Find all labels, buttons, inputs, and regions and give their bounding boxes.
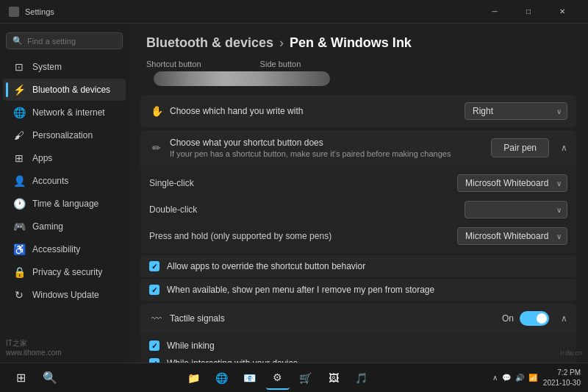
double-click-label: Double-click [149, 204, 197, 215]
network-icon: 🌐 [13, 107, 25, 118]
allow-apps-checkbox[interactable] [149, 261, 159, 271]
pen-diagram-area: Shortcut button Side button [129, 57, 588, 95]
while-inking-row[interactable]: While inking [149, 338, 567, 354]
search-button[interactable]: 🔍 [37, 365, 63, 391]
main-content: Bluetooth & devices › Pen & Windows Ink … [129, 24, 588, 363]
search-input[interactable] [27, 37, 116, 46]
titlebar-left: Settings [9, 7, 54, 17]
taskbar-date-display: 2021-10-30 [543, 378, 581, 388]
tactile-chevron-icon[interactable] [555, 313, 567, 324]
shortcut-header-row: ✏ Choose what your shortcut button does … [140, 130, 576, 165]
tray-volume[interactable]: 🔊 [515, 374, 524, 382]
sidebar-label-privacy: Privacy & security [32, 267, 102, 277]
sidebar-label-bluetooth: Bluetooth & devices [32, 85, 110, 95]
while-inking-checkbox[interactable] [149, 341, 159, 351]
tactile-header-right: On [502, 311, 567, 326]
breadcrumb-separator: › [279, 35, 284, 51]
tactile-section: 〰 Tactile signals On While i [140, 304, 576, 363]
sidebar-item-privacy[interactable]: 🔒 Privacy & security [3, 261, 126, 283]
single-click-row: Single-click Microsoft Whiteboard [149, 170, 567, 196]
search-box[interactable]: 🔍 [6, 32, 123, 49]
shortcut-row-label: Choose what your shortcut button does [170, 138, 451, 148]
sidebar: 🔍 ⊡ System ⚡ Bluetooth & devices 🌐 Netwo… [0, 24, 129, 363]
sidebar-item-gaming[interactable]: 🎮 Gaming [3, 215, 126, 238]
accounts-icon: 👤 [13, 175, 25, 187]
breadcrumb-current: Pen & Windows Ink [290, 35, 412, 51]
shortcut-chevron-icon[interactable] [555, 143, 567, 153]
taskbar-app-store[interactable]: 🛒 [294, 366, 318, 390]
show-pen-menu-checkbox[interactable] [149, 285, 159, 295]
close-button[interactable]: ✕ [545, 0, 579, 24]
taskbar-app-music[interactable]: 🎵 [350, 366, 373, 390]
search-icon: 🔍 [12, 36, 23, 46]
single-click-dropdown-wrapper[interactable]: Microsoft Whiteboard [457, 174, 567, 192]
minimize-button[interactable]: ─ [478, 0, 512, 24]
shortcut-button-label: Shortcut button [146, 60, 201, 68]
hand-icon: ✋ [149, 104, 164, 118]
sidebar-item-bluetooth[interactable]: ⚡ Bluetooth & devices [3, 79, 126, 101]
show-pen-menu-label: When available, show pen menu after I re… [167, 285, 434, 295]
press-hold-dropdown-wrapper[interactable]: Microsoft Whiteboard [457, 227, 567, 245]
sidebar-item-accessibility[interactable]: ♿ Accessibility [3, 238, 126, 260]
system-tray-icons: ∧ 💬 🔊 📶 [492, 374, 537, 382]
sidebar-item-system[interactable]: ⊡ System [3, 56, 126, 78]
start-button[interactable]: ⊞ [7, 365, 34, 391]
side-button-label: Side button [260, 60, 301, 68]
taskbar-center: 📁 🌐 📧 ⚙ 🛒 🖼 🎵 [182, 366, 373, 390]
show-pen-menu-row[interactable]: When available, show pen menu after I re… [140, 279, 576, 301]
hand-dropdown-wrapper[interactable]: Right Left [465, 102, 567, 120]
press-hold-dropdown[interactable]: Microsoft Whiteboard [457, 227, 567, 245]
while-interacting-row[interactable]: While interacting with your device [149, 355, 567, 363]
sidebar-label-gaming: Gaming [32, 221, 63, 232]
taskbar-right: ∧ 💬 🔊 📶 7:2 PM 2021-10-30 [492, 368, 581, 388]
watermark-right: i↑dw.cn [560, 349, 582, 357]
sidebar-item-apps[interactable]: ⊞ Apps [3, 147, 126, 169]
while-inking-label: While inking [167, 341, 215, 351]
maximize-button[interactable]: □ [512, 0, 545, 24]
taskbar-app-files[interactable]: 📁 [182, 366, 206, 390]
tray-network[interactable]: 📶 [528, 374, 537, 382]
press-hold-row: Press and hold (only supported by some p… [149, 223, 567, 249]
settings-container: ✋ Choose which hand you write with Right… [129, 95, 588, 363]
taskbar-app-settings[interactable]: ⚙ [266, 366, 290, 390]
shortcut-row-sublabel: If your pen has a shortcut button, make … [170, 149, 451, 158]
app-icon [9, 7, 19, 17]
single-click-dropdown[interactable]: Microsoft Whiteboard [457, 174, 567, 192]
taskbar-app-edge[interactable]: 🌐 [210, 366, 234, 390]
bluetooth-icon: ⚡ [13, 84, 25, 96]
double-click-dropdown[interactable] [465, 201, 567, 218]
allow-apps-override-row[interactable]: Allow apps to override the shortcut butt… [140, 255, 576, 277]
sidebar-item-update[interactable]: ↻ Windows Update [3, 284, 126, 306]
tray-chat[interactable]: 💬 [502, 374, 511, 382]
titlebar: Settings ─ □ ✕ [0, 0, 588, 24]
taskbar-app-mail[interactable]: 📧 [238, 366, 262, 390]
shortcut-icon: ✏ [149, 140, 164, 155]
tray-arrow[interactable]: ∧ [492, 374, 498, 382]
taskbar-time-display: 7:2 PM [543, 368, 581, 378]
sidebar-item-network[interactable]: 🌐 Network & internet [3, 101, 126, 124]
double-click-row: Double-click [149, 196, 567, 223]
sidebar-item-personalization[interactable]: 🖌 Personalization [3, 124, 126, 146]
while-interacting-label: While interacting with your device [167, 358, 298, 363]
hand-dropdown[interactable]: Right Left [465, 102, 567, 120]
system-icon: ⊡ [13, 61, 25, 73]
tactile-header-row: 〰 Tactile signals On [140, 304, 576, 333]
sidebar-label-accounts: Accounts [32, 176, 68, 186]
sidebar-item-accounts[interactable]: 👤 Accounts [3, 170, 126, 192]
pen-image [154, 71, 330, 86]
while-interacting-checkbox[interactable] [149, 358, 159, 363]
sidebar-label-personalization: Personalization [32, 130, 93, 140]
taskbar-datetime[interactable]: 7:2 PM 2021-10-30 [543, 368, 581, 388]
sidebar-item-time[interactable]: 🕐 Time & language [3, 193, 126, 215]
allow-apps-label: Allow apps to override the shortcut butt… [167, 261, 365, 271]
hand-row-label: Choose which hand you write with [170, 106, 303, 116]
tactile-toggle[interactable] [520, 311, 549, 326]
shortcut-section: ✏ Choose what your shortcut button does … [140, 130, 576, 254]
pair-pen-button[interactable]: Pair pen [491, 138, 549, 157]
tactile-header-left: 〰 Tactile signals [149, 311, 225, 326]
double-click-dropdown-wrapper[interactable] [465, 201, 567, 218]
taskbar-app-photos[interactable]: 🖼 [322, 366, 345, 390]
update-icon: ↻ [13, 289, 25, 301]
breadcrumb-parent[interactable]: Bluetooth & devices [146, 35, 273, 51]
sidebar-label-accessibility: Accessibility [32, 244, 80, 254]
